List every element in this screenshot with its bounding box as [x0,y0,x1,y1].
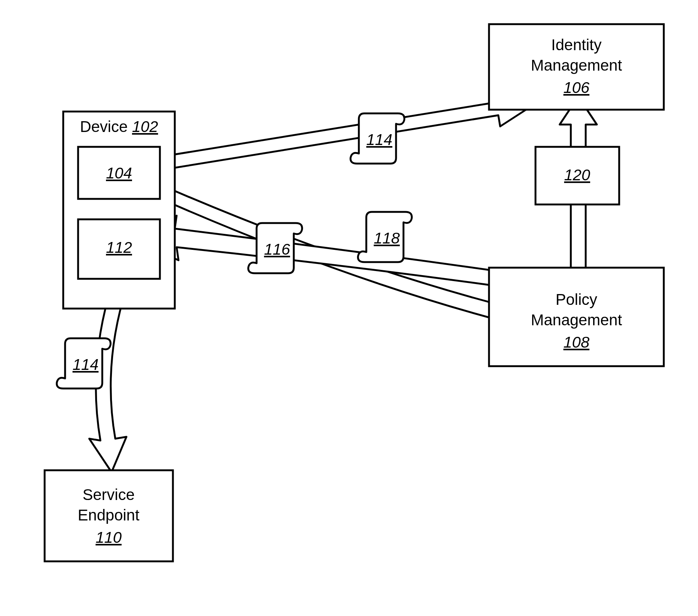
service-label2: Endpoint [78,506,139,524]
arrow-104-to-identity [141,91,532,173]
diagram-canvas: 114 116 118 114 Device 102 104 112 Ident… [0,0,698,616]
svg-text:110: 110 [96,529,122,546]
scroll-118: 118 [358,212,412,262]
scroll-114-bottom: 114 [57,338,111,388]
identity-ref: 106 [563,79,590,96]
svg-text:114: 114 [366,131,392,148]
svg-text:104: 104 [106,164,132,182]
box-112-ref: 112 [106,239,132,256]
device-label: Device [80,118,128,135]
identity-label2: Management [531,57,622,74]
scroll-118-ref: 118 [374,229,400,247]
svg-text:112: 112 [106,239,132,256]
device-ref: 102 [132,118,158,135]
svg-text:120: 120 [564,166,591,184]
scroll-116-ref: 116 [264,241,290,258]
scroll-114-top: 114 [351,113,405,164]
service-label1: Service [83,486,135,503]
svg-text:114: 114 [73,356,99,373]
service-ref: 110 [96,529,122,546]
identity-label1: Identity [551,36,601,54]
device-title-line: Device 102 [80,118,158,135]
svg-text:116: 116 [264,241,290,258]
box-104-ref: 104 [106,164,132,182]
scroll-114a-ref: 114 [366,131,392,148]
policy-ref: 108 [563,333,590,351]
svg-text:118: 118 [374,229,400,247]
scroll-114b-ref: 114 [73,356,99,373]
svg-text:108: 108 [563,333,590,351]
scroll-116: 116 [248,223,302,273]
policy-label2: Management [531,311,622,329]
box-120-ref: 120 [564,166,591,184]
svg-text:106: 106 [563,79,590,96]
policy-label1: Policy [556,291,597,308]
